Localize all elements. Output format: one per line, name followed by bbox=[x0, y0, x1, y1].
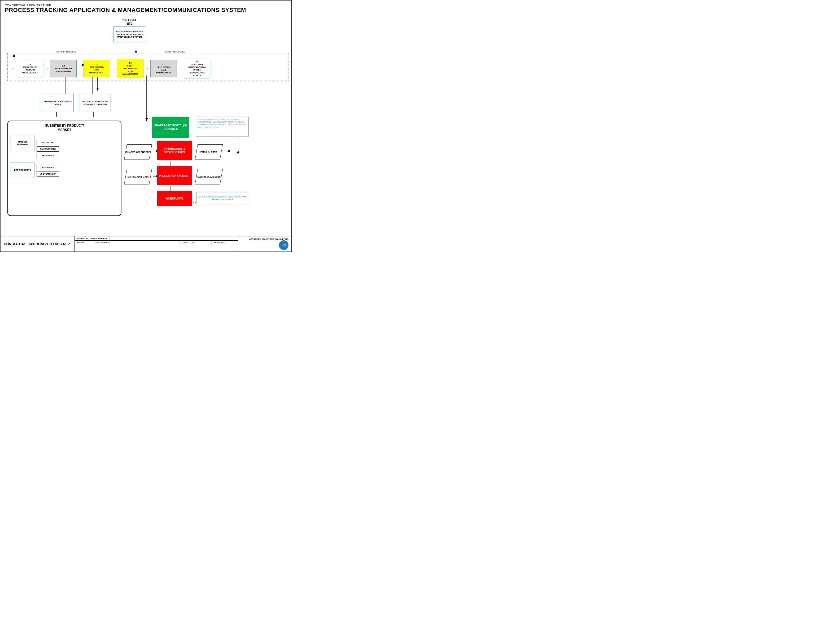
footer-left-label: CONCEPTUAL APPROACH TO ASC RFP bbox=[0, 237, 75, 251]
approved-label: APPROVED bbox=[212, 241, 238, 245]
erp-group: ERP PRODUCTS ACCUMATICA MS DYNAMICS GP bbox=[11, 162, 118, 178]
core-label-left: CORE PROCESSES bbox=[55, 51, 77, 53]
rev-label: REV: 0 bbox=[75, 241, 93, 245]
revision-detail bbox=[109, 237, 238, 240]
arrow-p5-p6: → bbox=[178, 67, 182, 71]
subsites-container: SUBSITES BY PRODUCT/MARKET MARKET SEGMEN… bbox=[7, 121, 122, 216]
process-box-2: 2.0SALES PIPELINEMANAGEMENT bbox=[50, 60, 77, 77]
project-mgmt-box: PROJECT MANAGMENT bbox=[157, 166, 192, 185]
footer-row-1: REVISIONS: DRAFT VERSION bbox=[75, 237, 238, 241]
erp-products-box: ERP PRODUCTS bbox=[11, 162, 34, 178]
seg-prof-srvcs: PROF.SRVCS bbox=[37, 153, 59, 158]
dashboards-box: DASHBOARDS & SCOREBOARDS bbox=[157, 141, 192, 160]
arrow-p2-p3: → bbox=[78, 67, 82, 71]
email-alerts-box: EMAIL ALERTS bbox=[195, 144, 223, 160]
title-main: PROCESS TRACKING APPLICATION & MANAGEMEN… bbox=[5, 7, 287, 13]
process-box-3: 3.0IMPLEMENTA-TIONMANAGEMENT bbox=[83, 60, 110, 77]
lists-collections-box: LISTS: COLLECTIONS OF FIELDED INFORMATIO… bbox=[79, 94, 111, 112]
seg-manufacturer: MANUFACTURER bbox=[37, 146, 59, 152]
seg-distributor: DISTRIBUTOR bbox=[37, 140, 59, 145]
shared-calendars-box: SHARED CALENDARS bbox=[124, 144, 152, 160]
sp-designer-box: SHAREPOINT DESIGNER AND VISIO SHAREPOINT… bbox=[196, 192, 249, 204]
shared-calendars-wrapper: SHARED CALENDARS bbox=[125, 144, 151, 160]
footer: CONCEPTUAL APPROACH TO ASC RFP REVISIONS… bbox=[0, 236, 291, 251]
task-risks-box: TASK, RISKS, ISSUES bbox=[195, 169, 223, 184]
market-segments-box: MARKET SEGMENTS bbox=[11, 134, 34, 152]
footer-middle: REVISIONS: DRAFT VERSION REV: 0 DESCRIPT… bbox=[75, 237, 238, 251]
arrow-p1-p2: → bbox=[45, 67, 48, 71]
footer-right: ADVANCED SOLUTIONS CONSULTING SC bbox=[238, 237, 291, 251]
top-level-box: ASC BUSINESS PROCESS TRACKING APPLICATIO… bbox=[114, 27, 145, 42]
footer-row-2: REV: 0 DESCRIPTION DATE: 10,27 APPROVED bbox=[75, 241, 238, 245]
process-box-6: 6.0CUSTOMERSATISFACTION &SYSTEMPERFORMAN… bbox=[184, 59, 210, 78]
process-box-1: 1.0MARKETING/PRODUCTMANAGEMENT bbox=[17, 60, 43, 77]
core-processes-border: CORE PROCESSES CORE PROCESSES → 1.0MARKE… bbox=[7, 53, 289, 80]
wss-rss-box: WSS & RSS (REAL SIMPLE SYNICATION) FEED … bbox=[196, 117, 249, 136]
erp-accumatica: ACCUMATICA bbox=[37, 165, 59, 170]
arrow-p3-p4: → bbox=[112, 67, 115, 71]
diagram-area: TOP LEVELSITE ASC BUSINESS PROCESS TRACK… bbox=[5, 16, 287, 233]
title-section: CONCEPTUAL ARCHITECTURE: PROCESS TRACKIN… bbox=[5, 4, 287, 13]
company-name: ADVANCED SOLUTIONS CONSULTING bbox=[249, 238, 289, 240]
back-arrow-left: → bbox=[10, 66, 14, 71]
company-logo: SC bbox=[279, 240, 289, 250]
date-label: DATE: 10,27 bbox=[180, 241, 212, 245]
erp-ms-dynamics: MS DYNAMICS GP bbox=[37, 171, 59, 176]
core-label-right: CORE PROCESSES bbox=[164, 51, 186, 53]
process-box-5: 5.0HELP DESK –CASEMANAGEMENT bbox=[150, 60, 177, 77]
ms-project-box: MS PROJECT DATA bbox=[124, 169, 152, 184]
top-level-area: TOP LEVELSITE ASC BUSINESS PROCESS TRACK… bbox=[114, 19, 145, 42]
description-label: DESCRIPTION bbox=[93, 241, 180, 245]
market-segs-group: MARKET SEGMENTS bbox=[11, 134, 34, 152]
top-level-label: TOP LEVELSITE bbox=[122, 19, 136, 26]
subsites-title: SUBSITES BY PRODUCT/MARKET bbox=[11, 124, 118, 132]
email-alerts-wrapper: EMAIL ALERTS bbox=[196, 144, 221, 160]
sharepoint-portal-box: SHAREPOINT PORTAL(S) - SUBSITES bbox=[152, 117, 189, 138]
workflows-box: WORKFLOWS bbox=[157, 191, 192, 206]
subsites-inner: MARKET SEGMENTS DISTRIBUTOR MANUFACTURER… bbox=[11, 134, 118, 158]
ms-project-wrapper: MS PROJECT DATA bbox=[125, 169, 151, 184]
task-risks-wrapper: TASK, RISKS, ISSUES bbox=[196, 169, 221, 184]
segments-list: DISTRIBUTOR MANUFACTURER PROF.SRVCS bbox=[37, 134, 59, 158]
arrow-p4-p5: → bbox=[145, 67, 149, 71]
erp-items-list: ACCUMATICA MS DYNAMICS GP bbox=[37, 162, 59, 176]
process-box-4: 4.0POST-IMPLEMENTA-TIONMANAGEMENT bbox=[117, 59, 143, 78]
sp-libraries-box: SHAREPOINT LIBRARIES & WIKIS bbox=[42, 94, 74, 112]
revisions-label: REVISIONS: DRAFT VERSION bbox=[75, 237, 109, 240]
